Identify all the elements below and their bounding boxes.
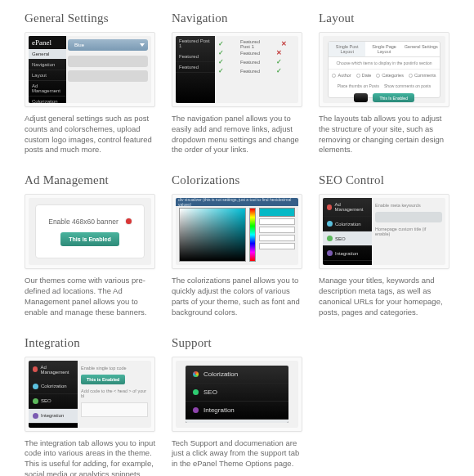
card-description: Tech Support and documenation are just a… (172, 438, 302, 469)
card-description: The colorizations panel allows you to qu… (172, 276, 302, 317)
custom-title-label: Homepage custom title (if enable) (375, 227, 442, 236)
tab-single-post: Single Post Layout (329, 42, 365, 56)
bullet-icon (33, 366, 38, 372)
epanel-sidebar: Ad Management Colorization SEO Integrati… (323, 198, 372, 265)
color-input (259, 227, 295, 233)
check-icon: ✓ (218, 58, 224, 65)
integration-icon (193, 407, 199, 413)
color-picker-header: div visualizer (this is not settings, ju… (176, 198, 298, 206)
check-icon: ✓ (276, 67, 282, 74)
bullet-icon (327, 221, 333, 227)
epanel-sidebar: Featured Post 1 Featured Featured (176, 36, 215, 103)
card-seo-control: SEO Control Ad Management Colorization S… (319, 173, 449, 317)
sidebar-item-colorization: Colorization (29, 97, 66, 103)
check-icon: ✓ (218, 49, 224, 56)
thumbnail-integration: Ad Management Colorization SEO Integrati… (25, 357, 155, 432)
card-description: The integration tab allows you to input … (25, 438, 155, 477)
card-ad-management: Ad Management Enable 468x60 banner This … (25, 173, 155, 317)
seo-icon (193, 389, 199, 395)
card-description: Manage your titles, keywords and descrip… (319, 276, 449, 317)
cross-icon: ✕ (276, 49, 282, 56)
card-colorizations: Colorizations div visualizer (this is no… (172, 173, 302, 317)
check-icon: ✓ (218, 40, 224, 47)
check-icon: ✓ (276, 58, 282, 65)
card-general-settings: General Settings ePanel General Navigati… (25, 11, 155, 155)
card-title: Support (172, 336, 302, 350)
feature-grid: General Settings ePanel General Navigati… (0, 0, 474, 476)
sidebar-item-navigation: Navigation (29, 60, 66, 70)
radio-icon (356, 74, 360, 78)
color-input (259, 218, 295, 225)
card-layout: Layout Single Post Layout Single Page La… (319, 11, 449, 155)
thumbnail-ad-management: Enable 468x60 banner This is Enabled (25, 194, 155, 269)
radio-icon (376, 74, 380, 78)
card-integration: Integration Ad Management Colorization S… (25, 336, 155, 477)
radio-icon (332, 74, 336, 78)
toggle-enabled: This Is Enabled (373, 93, 414, 102)
setting-field (68, 70, 148, 82)
thumbnail-seo-control: Ad Management Colorization SEO Integrati… (319, 194, 449, 269)
card-title: Integration (25, 336, 155, 350)
card-support: Support Colorization SEO Integration Sup… (172, 336, 302, 477)
epanel-sidebar: Colorization SEO Integration Support Doc… (186, 366, 288, 423)
sidebar-item-admgmt: Ad Management (29, 81, 66, 97)
card-description: The layouts tab allows you to adjust the… (319, 114, 449, 155)
card-description: Our themes come with various pre-defined… (25, 276, 155, 317)
saturation-lightness-picker (179, 208, 246, 262)
code-textarea (81, 402, 148, 417)
color-input (259, 243, 295, 249)
sidebar-item-layout: Layout (29, 70, 66, 81)
thumbnail-layout: Single Post Layout Single Page Layout Ge… (319, 32, 449, 107)
card-navigation: Navigation Featured Post 1 Featured Feat… (172, 11, 302, 155)
card-title: Colorizations (172, 173, 302, 187)
card-description: The navigation panel allows you to easil… (172, 114, 302, 155)
card-description: Adjust general settings such as post cou… (25, 114, 155, 155)
card-title: Ad Management (25, 173, 155, 187)
enable-banner-label: Enable 468x60 banner (48, 218, 118, 226)
enable-top-code-label: Enable single top code (81, 366, 148, 370)
card-title: Layout (319, 11, 449, 25)
toggle-dark (354, 93, 368, 102)
toggle-placeholder (375, 212, 442, 222)
colorization-icon (193, 371, 199, 377)
thumbnail-general-settings: ePanel General Navigation Layout Ad Mana… (25, 32, 155, 107)
postinfo-note: Choose which items to display in the pos… (329, 57, 440, 70)
epanel-brand: ePanel (29, 36, 66, 49)
bullet-icon (33, 384, 38, 389)
bullet-icon (33, 413, 38, 419)
meta-keywords-label: Enable meta keywords (375, 203, 442, 208)
epanel-sidebar: Ad Management Colorization SEO Integrati… (29, 361, 78, 428)
head-code-label: Add code to the < head > of your bl (81, 388, 148, 398)
setting-field (68, 56, 148, 67)
tab-single-page: Single Page Layout (365, 42, 402, 56)
color-swatch (259, 208, 295, 217)
sidebar-item-general: General (29, 49, 66, 60)
tab-general-settings: General Settings (403, 42, 440, 56)
hue-slider (249, 208, 256, 262)
thumbnail-navigation: Featured Post 1 Featured Featured ✓Featu… (172, 32, 302, 107)
bullet-icon (33, 398, 38, 404)
enabled-button: This is Enabled (60, 232, 118, 246)
color-input (259, 235, 295, 241)
color-scheme-dropdown: Blue (68, 39, 148, 51)
thumbnail-colorizations: div visualizer (this is not settings, ju… (172, 194, 302, 269)
check-icon: ✓ (218, 67, 224, 74)
card-title: Navigation (172, 11, 302, 25)
bullet-icon (327, 204, 332, 210)
epanel-sidebar: ePanel General Navigation Layout Ad Mana… (29, 36, 66, 103)
cross-icon: ✕ (281, 40, 287, 47)
card-title: General Settings (25, 11, 155, 25)
card-title: SEO Control (319, 173, 449, 187)
thumbnail-support: Colorization SEO Integration Support Doc… (172, 357, 302, 432)
chevron-down-icon (140, 43, 145, 47)
bullet-icon (327, 236, 333, 241)
radio-icon (409, 74, 413, 78)
red-indicator-icon (126, 218, 132, 224)
bullet-icon (327, 250, 333, 256)
enabled-button: This is Enabled (81, 375, 125, 384)
